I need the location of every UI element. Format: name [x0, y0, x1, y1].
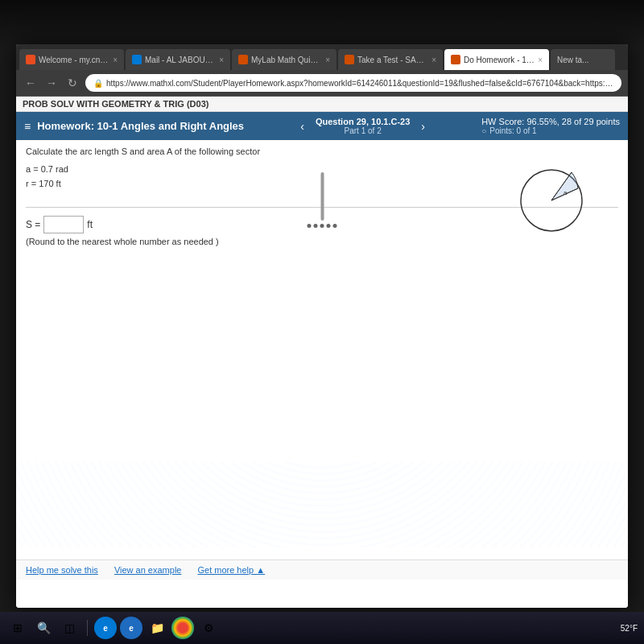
taskbar-app1-icon[interactable]: ⚙: [197, 617, 220, 639]
back-button[interactable]: ←: [23, 76, 39, 89]
tab-label-new: New ta...: [557, 56, 588, 64]
tab-new[interactable]: New ta...: [551, 49, 615, 70]
lock-icon: 🔒: [93, 79, 103, 88]
tab-icon-do-homework: [451, 55, 460, 64]
tab-icon-mail: [132, 55, 142, 64]
slider-dot-3: [320, 224, 324, 228]
address-bar: ← → ↻ 🔒 https://www.mathxl.com/Student/P…: [16, 70, 628, 96]
tab-label-mylab: MyLab Math Quizzes & Tes...: [251, 56, 322, 64]
tab-close-do-homework[interactable]: ×: [538, 56, 543, 64]
slider-dot-5: [333, 224, 337, 228]
hw-part-label: Part 1 of 2: [316, 126, 410, 135]
taskbar-files-icon[interactable]: 📁: [146, 617, 168, 639]
hw-next-button[interactable]: ›: [416, 118, 430, 134]
points-circle-icon: ○: [481, 126, 486, 135]
hw-points-area: ○ Points: 0 of 1: [481, 126, 620, 135]
hw-menu-icon[interactable]: ≡: [24, 120, 31, 133]
url-bar[interactable]: 🔒 https://www.mathxl.com/Student/PlayerH…: [85, 74, 621, 92]
help-me-solve-button[interactable]: Help me solve this: [26, 565, 98, 575]
hw-score-text: HW Score: 96.55%, 28 of 29 points: [481, 117, 620, 126]
answer-prefix-label: S =: [26, 219, 40, 230]
tab-icon-take-test: [345, 55, 354, 64]
taskbar-time: 52°F: [621, 624, 638, 633]
tab-icon-welcome: [26, 55, 35, 64]
tab-label-do-homework: Do Homework - 10-1 Angl...: [464, 56, 535, 64]
refresh-button[interactable]: ↻: [64, 76, 80, 89]
hw-prev-button[interactable]: ‹: [295, 118, 309, 134]
site-header: PROB SOLV WITH GEOMETRY & TRIG (D03): [16, 97, 628, 112]
screen: Welcome - my.cnm.edu × Mail - AL JABOURI…: [16, 44, 628, 608]
hw-header: ≡ Homework: 10-1 Angles and Right Angles…: [16, 112, 628, 140]
answer-unit-label: ft: [87, 219, 93, 230]
main-content: Calculate the arc length S and area A of…: [16, 140, 628, 462]
taskbar-search-button[interactable]: 🔍: [32, 617, 55, 639]
hw-points-text: Points: 0 of 1: [489, 126, 536, 135]
forward-button[interactable]: →: [43, 76, 60, 89]
problem-statement: Calculate the arc length S and area A of…: [26, 147, 618, 156]
hw-score-area: HW Score: 96.55%, 28 of 29 points ○ Poin…: [481, 117, 620, 135]
taskbar-separator: [87, 620, 88, 636]
taskbar-edge-icon[interactable]: e: [94, 617, 117, 639]
tab-mail[interactable]: Mail - AL JABOURI, SARAH ×: [126, 49, 230, 70]
tabs-bar: Welcome - my.cnm.edu × Mail - AL JABOURI…: [16, 44, 628, 70]
taskbar-start-button[interactable]: ⊞: [6, 617, 29, 639]
taskbar-ie-icon[interactable]: e: [120, 617, 142, 639]
main-wrapper: Calculate the arc length S and area A of…: [16, 140, 628, 580]
circle-diagram-svg: a: [515, 164, 588, 237]
tab-do-homework[interactable]: Do Homework - 10-1 Angl... ×: [444, 49, 549, 70]
slider-dots: [308, 224, 337, 228]
taskbar-task-view-button[interactable]: ◫: [58, 617, 80, 639]
get-more-help-button[interactable]: Get more help ▲: [197, 565, 265, 575]
hw-title: Homework: 10-1 Angles and Right Angles: [37, 120, 244, 132]
hw-question-info: Question 29, 10.1.C-23 Part 1 of 2: [316, 117, 410, 135]
hw-nav-controls: ‹ Question 29, 10.1.C-23 Part 1 of 2 ›: [295, 117, 430, 135]
answer-input-s[interactable]: [43, 216, 84, 233]
hw-question-label: Question 29, 10.1.C-23: [316, 117, 410, 126]
tab-close-mylab[interactable]: ×: [325, 56, 330, 64]
tab-close-welcome[interactable]: ×: [113, 56, 118, 64]
tab-label-mail: Mail - AL JABOURI, SARAH: [145, 56, 216, 64]
tab-close-take-test[interactable]: ×: [431, 56, 436, 64]
slider-track: [320, 172, 324, 221]
tab-take-test[interactable]: Take a Test - SARAH AL JAB ×: [338, 49, 443, 70]
slider-dot-2: [314, 224, 318, 228]
tab-welcome[interactable]: Welcome - my.cnm.edu ×: [19, 49, 124, 70]
slider-dot-4: [327, 224, 331, 228]
svg-text:a: a: [564, 189, 568, 196]
url-text: https://www.mathxl.com/Student/PlayerHom…: [106, 79, 613, 88]
bottom-toolbar: Help me solve this View an example Get m…: [16, 559, 628, 580]
page-content: PROB SOLV WITH GEOMETRY & TRIG (D03) ≡ H…: [16, 97, 628, 608]
taskbar: ⊞ 🔍 ◫ e e 📁 ⚙ 52°F: [0, 612, 644, 644]
slider-area: [308, 172, 337, 228]
tab-label-welcome: Welcome - my.cnm.edu: [39, 56, 109, 64]
slider-dot-1: [308, 224, 312, 228]
tab-close-mail[interactable]: ×: [219, 56, 224, 64]
laptop-top-frame: [0, 0, 644, 48]
hw-nav-center: ‹ Question 29, 10.1.C-23 Part 1 of 2 ›: [250, 117, 475, 135]
tab-label-take-test: Take a Test - SARAH AL JAB: [357, 56, 428, 64]
site-header-text: PROB SOLV WITH GEOMETRY & TRIG (D03): [23, 99, 208, 109]
tab-icon-mylab: [238, 55, 248, 64]
browser-chrome: Welcome - my.cnm.edu × Mail - AL JABOURI…: [16, 44, 628, 97]
tab-mylab[interactable]: MyLab Math Quizzes & Tes... ×: [232, 49, 336, 70]
diagram-area: a: [515, 164, 612, 245]
taskbar-chrome-icon[interactable]: [171, 617, 194, 639]
view-example-button[interactable]: View an example: [114, 565, 182, 575]
